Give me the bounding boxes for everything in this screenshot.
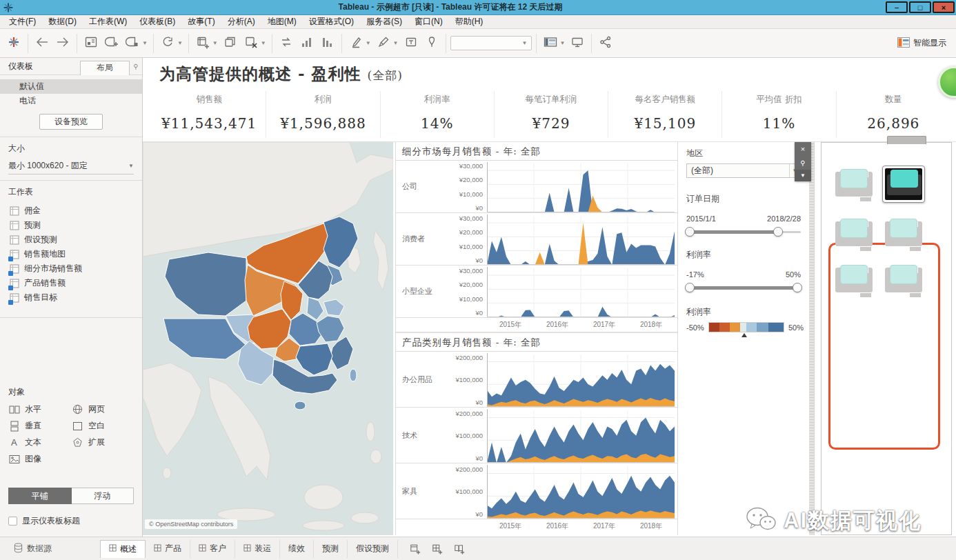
refresh-button[interactable] [158, 34, 177, 53]
chevron-down-icon[interactable]: ▼ [177, 40, 183, 46]
object-item-图像[interactable]: 图像 [8, 453, 72, 465]
new-worksheet-button[interactable] [193, 34, 212, 53]
pin-button[interactable] [422, 34, 441, 53]
object-item-垂直[interactable]: 垂直 [8, 420, 72, 432]
presentation-button[interactable] [568, 34, 587, 53]
close-button[interactable]: × [933, 1, 955, 13]
map-attribution[interactable]: © OpenStreetMap contributors [145, 519, 237, 529]
start-page-button[interactable] [81, 34, 101, 53]
save-data-button[interactable] [123, 34, 142, 53]
trellis-row[interactable]: 技术¥200,000¥100,000¥0 [396, 408, 677, 463]
chevron-down-icon[interactable]: ▼ [366, 40, 371, 46]
trellis-row[interactable]: 消费者¥30,000¥20,000¥10,000¥0 [396, 213, 677, 266]
kpi-cell[interactable]: 平均值 折扣11% [722, 91, 836, 138]
minimize-button[interactable]: – [886, 1, 908, 13]
size-dropdown[interactable]: 最小 1000x620 - 固定 ▼ [8, 160, 134, 174]
fit-selector[interactable]: ▼ [450, 36, 532, 50]
slider-handle-right[interactable] [793, 283, 802, 292]
worksheet-list-item[interactable]: 细分市场销售额 [8, 261, 134, 276]
object-item-水平[interactable]: 水平 [8, 403, 72, 415]
sheet-tab-产品[interactable]: 产品 [146, 540, 190, 558]
sheet-tab-装运[interactable]: 装运 [235, 540, 280, 558]
kpi-cell[interactable]: 销售额¥11,543,471 [152, 91, 266, 138]
show-me-button[interactable]: 智能显示 [897, 37, 946, 50]
sheet-tab-预测[interactable]: 预测 [314, 540, 348, 558]
panel-grip-tab[interactable] [887, 136, 926, 144]
object-item-文本[interactable]: A文本 [8, 437, 72, 448]
worksheet-list-item[interactable]: 销售额地图 [8, 247, 134, 261]
kpi-cell[interactable]: 利润¥1,596,888 [266, 91, 380, 138]
chevron-down-icon[interactable]: ▼ [795, 170, 811, 181]
kpi-cell[interactable]: 数量26,896 [837, 91, 950, 138]
show-cards-button[interactable] [541, 34, 560, 53]
swap-axes-button[interactable] [277, 34, 296, 53]
menu-item[interactable]: 设置格式(O) [303, 14, 360, 29]
worksheet-list-item[interactable]: 假设预测 [8, 232, 134, 247]
menu-item[interactable]: 窗口(N) [408, 14, 449, 29]
restore-button[interactable]: □ [909, 1, 931, 13]
device-list-item[interactable]: 电话 [0, 94, 142, 108]
menu-item[interactable]: 文件(F) [3, 14, 42, 29]
trellis-row[interactable]: 家具¥200,000¥100,000¥0 [396, 463, 677, 519]
chevron-down-icon[interactable]: ▼ [142, 40, 148, 46]
profit-ratio-slider[interactable] [686, 283, 801, 292]
kpi-cell[interactable]: 利润率14% [381, 91, 495, 138]
china-map[interactable] [143, 142, 393, 535]
sheet-tab-概述[interactable]: 概述 [100, 540, 146, 558]
category-monthly-sales-chart[interactable]: 产品类别每月销售额 - 年: 全部办公用品¥200,000¥100,000¥0技… [396, 333, 677, 534]
device-list-item[interactable]: 默认值 [0, 79, 142, 94]
device-thumbnail[interactable] [835, 169, 873, 199]
text-label-button[interactable] [401, 34, 421, 53]
kpi-cell[interactable]: 每名客户销售额¥15,109 [608, 91, 722, 138]
sort-descending-button[interactable] [318, 34, 337, 53]
menu-item[interactable]: 服务器(S) [360, 14, 408, 29]
object-item-网页[interactable]: 网页 [72, 403, 134, 415]
new-worksheet-button[interactable] [408, 541, 423, 557]
chevron-down-icon[interactable]: ▼ [212, 40, 218, 46]
pin-icon[interactable]: ⚲ [795, 156, 811, 170]
highlight-button[interactable] [346, 34, 366, 53]
order-date-slider[interactable] [686, 227, 801, 237]
worksheet-list-item[interactable]: 佣金 [8, 203, 134, 218]
worksheet-list-item[interactable]: 产品销售额 [8, 276, 134, 290]
menu-item[interactable]: 故事(T) [181, 14, 221, 29]
save-button[interactable] [102, 34, 121, 53]
close-icon[interactable]: × [795, 142, 811, 156]
sheet-tab-客户[interactable]: 客户 [190, 540, 235, 558]
menu-item[interactable]: 分析(A) [221, 14, 261, 29]
duplicate-button[interactable] [221, 34, 240, 53]
sheet-tab-绩效[interactable]: 绩效 [280, 540, 314, 558]
device-thumbnail[interactable] [885, 265, 922, 295]
sheet-tab-假设预测[interactable]: 假设预测 [348, 540, 398, 558]
device-thumbnail[interactable] [885, 219, 922, 249]
object-item-空白[interactable]: 空白 [72, 420, 134, 432]
pin-pane-icon[interactable]: ⚲ [130, 63, 142, 70]
back-arrow-button[interactable] [32, 34, 52, 53]
device-preview-button[interactable]: 设备预览 [39, 114, 103, 130]
share-button[interactable] [596, 34, 615, 53]
worksheet-list-item[interactable]: 销售目标 [8, 290, 134, 305]
chevron-down-icon[interactable]: ▼ [560, 40, 566, 46]
worksheet-list-item[interactable]: 预测 [8, 218, 134, 232]
kpi-cell[interactable]: 每笔订单利润¥729 [495, 91, 608, 138]
slider-handle-left[interactable] [685, 227, 695, 237]
region-filter-dropdown[interactable]: (全部) ▼ [686, 163, 801, 178]
floating-button[interactable]: 浮动 [72, 488, 135, 504]
data-source-tab[interactable]: 数据源 [7, 540, 59, 558]
new-dashboard-button[interactable] [430, 541, 445, 557]
device-thumbnail[interactable] [835, 265, 873, 295]
object-item-扩展[interactable]: 扩展 [72, 437, 134, 448]
menu-item[interactable]: 仪表板(B) [133, 14, 181, 29]
slider-handle-right[interactable] [773, 227, 783, 237]
menu-item[interactable]: 工作表(W) [83, 14, 133, 29]
slider-handle-left[interactable] [685, 283, 695, 292]
trellis-row[interactable]: 小型企业¥30,000¥20,000¥10,000¥0 [396, 266, 677, 318]
chevron-down-icon[interactable]: ▼ [393, 40, 399, 46]
sales-map[interactable]: © OpenStreetMap contributors [143, 142, 393, 535]
show-dashboard-title-checkbox[interactable] [8, 517, 17, 526]
menu-item[interactable]: 数据(D) [42, 14, 83, 29]
tab-dashboard[interactable]: 仪表板 [8, 61, 33, 72]
segment-monthly-sales-chart[interactable]: 细分市场每月销售额 - 年: 全部公司¥30,000¥20,000¥10,000… [396, 142, 677, 333]
device-thumbnail[interactable] [835, 219, 873, 249]
format-brush-button[interactable] [374, 34, 393, 53]
